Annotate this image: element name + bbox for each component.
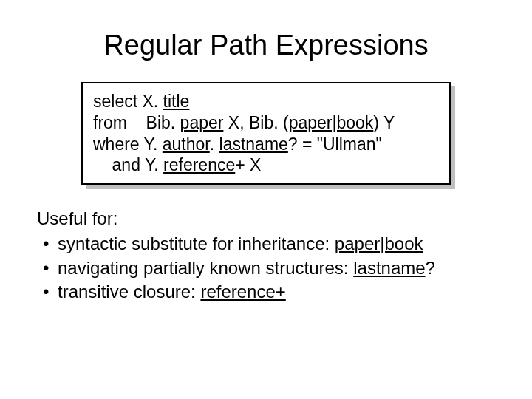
code-line-3: where Y. author. lastname? = "Ullman" [93, 134, 439, 155]
list-item: navigating partially known structures: l… [37, 256, 488, 280]
underline-text: author [163, 134, 210, 154]
text: X, Bib. ( [223, 113, 288, 132]
text: syntactic substitute for inheritance: [58, 233, 335, 253]
underline-text: reference [163, 155, 235, 174]
text: . [210, 134, 219, 154]
code-line-4: and Y. reference+ X [93, 154, 439, 176]
slide-title: Regular Path Expressions [37, 30, 495, 61]
bullet-list: syntactic substitute for inheritance: pa… [37, 232, 488, 304]
lead-text: Useful for: [37, 207, 488, 231]
slide: Regular Path Expressions select X. title… [0, 0, 532, 399]
text: where Y. [93, 134, 163, 154]
text: select X. [93, 92, 163, 111]
code-line-1: select X. title [93, 91, 439, 112]
code-box: select X. title from Bib. paper X, Bib. … [81, 82, 451, 185]
list-item: transitive closure: reference+ [37, 280, 488, 304]
text: + X [235, 155, 261, 174]
text: ? = "Ullman" [288, 134, 382, 154]
text: from Bib. [93, 113, 180, 132]
text: ) Y [373, 113, 395, 132]
underline-text: lastname [219, 134, 288, 154]
underline-text: paper|book [335, 233, 423, 253]
underline-text: paper|book [289, 113, 374, 132]
text: navigating partially known structures: [58, 258, 353, 278]
text: ? [426, 258, 435, 278]
underline-text: lastname [353, 258, 425, 278]
code-box-inner: select X. title from Bib. paper X, Bib. … [81, 82, 451, 185]
underline-text: reference+ [200, 282, 285, 301]
underline-text: title [163, 92, 190, 111]
underline-text: paper [180, 113, 224, 132]
text: and Y. [93, 155, 163, 174]
code-line-2: from Bib. paper X, Bib. (paper|book) Y [93, 112, 439, 134]
body-text: Useful for: syntactic substitute for inh… [37, 207, 488, 304]
list-item: syntactic substitute for inheritance: pa… [37, 232, 488, 256]
text: transitive closure: [58, 282, 200, 301]
